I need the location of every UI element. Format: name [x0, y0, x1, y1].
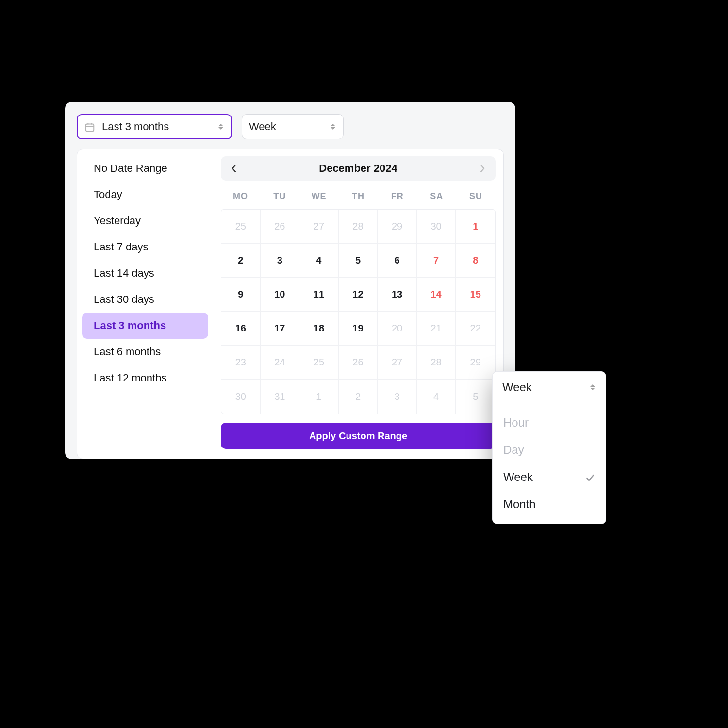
month-title: December 2024 [319, 162, 397, 175]
svg-rect-0 [86, 124, 94, 132]
next-month-button[interactable] [476, 162, 489, 175]
week-row: 16171819202122 [221, 312, 495, 346]
group-dropdown-header-label: Week [502, 381, 532, 394]
preset-option[interactable]: Last 14 days [82, 260, 208, 286]
day-cell[interactable]: 6 [378, 244, 417, 278]
day-cell[interactable]: 26 [339, 346, 378, 380]
day-cell[interactable]: 18 [299, 312, 339, 346]
day-cell[interactable]: 2 [339, 380, 378, 414]
day-cell[interactable]: 12 [339, 278, 378, 312]
group-dropdown-list: HourDayWeekMonth [493, 403, 606, 524]
day-cell[interactable]: 14 [417, 278, 456, 312]
day-grid: 2526272829301234567891011121314151617181… [221, 209, 496, 414]
day-cell[interactable]: 27 [299, 210, 339, 244]
group-option-label: Day [503, 443, 524, 457]
day-cell[interactable]: 4 [417, 380, 456, 414]
preset-option[interactable]: Last 3 months [82, 313, 208, 339]
day-cell[interactable]: 5 [456, 380, 495, 414]
group-option[interactable]: Day [493, 436, 606, 463]
apply-button[interactable]: Apply Custom Range [221, 423, 496, 449]
dow-label: SA [417, 185, 456, 207]
month-nav: December 2024 [221, 156, 496, 181]
day-cell[interactable]: 1 [299, 380, 339, 414]
preset-option[interactable]: Last 7 days [82, 234, 208, 260]
day-cell[interactable]: 25 [221, 210, 261, 244]
dow-label: WE [299, 185, 339, 207]
day-cell[interactable]: 22 [456, 312, 495, 346]
day-cell[interactable]: 9 [221, 278, 261, 312]
day-cell[interactable]: 4 [299, 244, 339, 278]
check-icon [585, 472, 595, 482]
group-selector-label: Week [249, 120, 330, 133]
day-cell[interactable]: 23 [221, 346, 261, 380]
day-cell[interactable]: 10 [261, 278, 300, 312]
day-cell[interactable]: 13 [378, 278, 417, 312]
group-option-label: Week [503, 470, 533, 484]
top-controls: Last 3 months Week [77, 114, 504, 139]
day-cell[interactable]: 19 [339, 312, 378, 346]
dow-label: SU [456, 185, 496, 207]
calendar: December 2024 MOTUWETHFRSASU 25262728293… [213, 149, 503, 459]
group-option[interactable]: Month [493, 491, 606, 518]
range-picker: No Date RangeTodayYesterdayLast 7 daysLa… [77, 149, 504, 459]
group-option-label: Month [503, 497, 536, 511]
chevron-up-down-icon [217, 122, 224, 131]
day-cell[interactable]: 7 [417, 244, 456, 278]
day-cell[interactable]: 26 [261, 210, 300, 244]
day-cell[interactable]: 16 [221, 312, 261, 346]
day-cell[interactable]: 3 [261, 244, 300, 278]
group-selector[interactable]: Week [242, 114, 344, 139]
day-cell[interactable]: 1 [456, 210, 495, 244]
dow-label: FR [378, 185, 417, 207]
week-row: 303112345 [221, 380, 495, 414]
day-cell[interactable]: 24 [261, 346, 300, 380]
dow-label: TU [260, 185, 299, 207]
chevron-up-down-icon [589, 383, 596, 392]
day-cell[interactable]: 11 [299, 278, 339, 312]
day-cell[interactable]: 27 [378, 346, 417, 380]
day-cell[interactable]: 30 [221, 380, 261, 414]
preset-option[interactable]: No Date Range [82, 155, 208, 182]
preset-option[interactable]: Today [82, 182, 208, 208]
week-row: 2526272829301 [221, 210, 495, 244]
day-cell[interactable]: 20 [378, 312, 417, 346]
chevron-up-down-icon [330, 122, 336, 131]
group-option[interactable]: Week [493, 463, 606, 491]
day-cell[interactable]: 15 [456, 278, 495, 312]
day-cell[interactable]: 29 [378, 210, 417, 244]
preset-option[interactable]: Last 6 months [82, 339, 208, 365]
preset-option[interactable]: Last 12 months [82, 365, 208, 391]
group-dropdown-header[interactable]: Week [493, 372, 606, 403]
day-cell[interactable]: 17 [261, 312, 300, 346]
day-cell[interactable]: 31 [261, 380, 300, 414]
preset-option[interactable]: Yesterday [82, 208, 208, 234]
group-option-label: Hour [503, 416, 529, 430]
group-dropdown: Week HourDayWeekMonth [492, 371, 606, 524]
day-cell[interactable]: 8 [456, 244, 495, 278]
day-cell[interactable]: 21 [417, 312, 456, 346]
dow-row: MOTUWETHFRSASU [221, 185, 496, 207]
day-cell[interactable]: 29 [456, 346, 495, 380]
dow-label: MO [221, 185, 260, 207]
day-cell[interactable]: 30 [417, 210, 456, 244]
day-cell[interactable]: 2 [221, 244, 261, 278]
day-cell[interactable]: 3 [378, 380, 417, 414]
range-selector-label: Last 3 months [102, 120, 217, 133]
dow-label: TH [339, 185, 378, 207]
preset-list: No Date RangeTodayYesterdayLast 7 daysLa… [77, 149, 213, 459]
group-option[interactable]: Hour [493, 409, 606, 436]
day-cell[interactable]: 25 [299, 346, 339, 380]
week-row: 9101112131415 [221, 278, 495, 312]
preset-option[interactable]: Last 30 days [82, 286, 208, 313]
range-selector[interactable]: Last 3 months [77, 114, 232, 139]
prev-month-button[interactable] [228, 162, 240, 175]
week-row: 23242526272829 [221, 346, 495, 380]
week-row: 2345678 [221, 244, 495, 278]
day-cell[interactable]: 28 [417, 346, 456, 380]
day-cell[interactable]: 28 [339, 210, 378, 244]
date-range-panel: Last 3 months Week No Date RangeTodayYes… [65, 102, 515, 459]
day-cell[interactable]: 5 [339, 244, 378, 278]
calendar-icon [84, 122, 95, 132]
